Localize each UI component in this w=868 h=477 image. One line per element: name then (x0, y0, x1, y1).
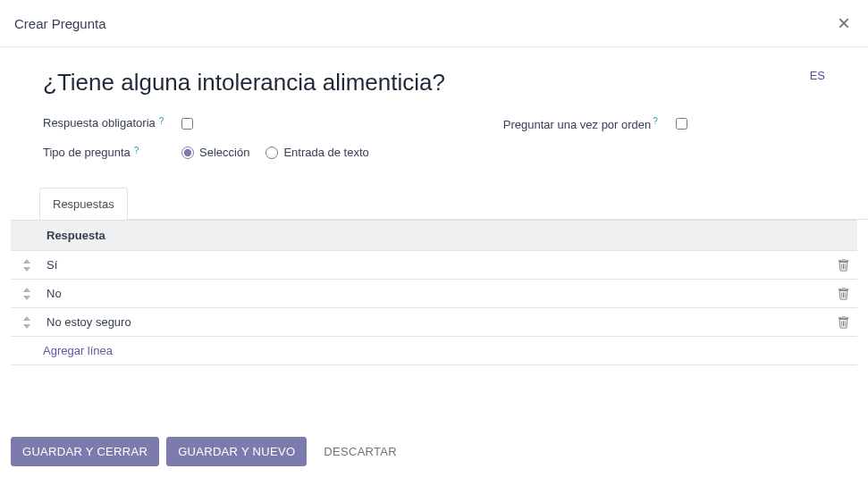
question-title-input[interactable]: ¿Tiene alguna intolerancia alimenticia? (43, 69, 836, 96)
radio-text-entry-input[interactable] (265, 146, 278, 159)
table-header-row: Respuesta (11, 220, 857, 251)
type-label: Tipo de pregunta ? (43, 146, 164, 159)
mandatory-checkbox[interactable] (181, 118, 193, 130)
options-col-left: Respuesta obligatoria ? Tipo de pregunta… (43, 116, 369, 159)
table-row: Sí (11, 251, 857, 280)
type-radio-group: Selección Entrada de texto (181, 146, 369, 159)
help-icon[interactable]: ? (159, 116, 164, 126)
options-col-right: Preguntar una vez por orden? (503, 116, 687, 159)
modal-title: Crear Pregunta (14, 16, 106, 31)
discard-button[interactable]: DESCARTAR (314, 437, 407, 466)
col-drag-header (11, 221, 43, 250)
response-cell[interactable]: No (43, 280, 829, 307)
trash-icon (838, 259, 849, 272)
response-cell[interactable]: Sí (43, 251, 829, 279)
sort-icon (22, 288, 31, 300)
save-close-button[interactable]: GUARDAR Y CERRAR (11, 437, 159, 466)
radio-selection-input[interactable] (181, 146, 194, 159)
options-grid: Respuesta obligatoria ? Tipo de pregunta… (43, 116, 836, 159)
responses-table: Respuesta Sí No No estoy se (0, 220, 868, 383)
delete-row-button[interactable] (829, 259, 857, 272)
drag-handle-icon[interactable] (11, 316, 43, 329)
response-cell[interactable]: No estoy seguro (43, 308, 829, 336)
type-row: Tipo de pregunta ? Selección Entrada de … (43, 146, 369, 159)
drag-handle-icon[interactable] (11, 288, 43, 300)
modal-header: Crear Pregunta × (0, 0, 868, 47)
close-icon[interactable]: × (834, 13, 854, 34)
ask-once-label: Preguntar una vez por orden? (503, 116, 658, 131)
delete-row-button[interactable] (829, 316, 857, 329)
table-row: No (11, 280, 857, 308)
form-area: ES ¿Tiene alguna intolerancia alimentici… (0, 47, 868, 159)
col-del-header (829, 221, 857, 250)
mandatory-label: Respuesta obligatoria ? (43, 116, 164, 130)
table-row: No estoy seguro (11, 308, 857, 337)
tabs-area: Respuestas (0, 188, 868, 220)
radio-text-entry[interactable]: Entrada de texto (265, 146, 368, 159)
save-new-button[interactable]: GUARDAR Y NUEVO (166, 437, 307, 466)
help-icon[interactable]: ? (653, 116, 658, 126)
mandatory-row: Respuesta obligatoria ? (43, 116, 369, 130)
help-icon[interactable]: ? (134, 146, 139, 155)
trash-icon (838, 288, 849, 300)
sort-icon (22, 259, 31, 272)
trash-icon (838, 316, 849, 329)
delete-row-button[interactable] (829, 288, 857, 300)
modal-body: ES ¿Tiene alguna intolerancia alimentici… (0, 47, 868, 426)
modal-footer: GUARDAR Y CERRAR GUARDAR Y NUEVO DESCART… (0, 426, 868, 477)
col-response-header: Respuesta (43, 221, 829, 250)
sort-icon (22, 316, 31, 329)
language-badge[interactable]: ES (810, 69, 825, 82)
radio-selection[interactable]: Selección (181, 146, 249, 159)
ask-once-checkbox[interactable] (676, 118, 687, 130)
drag-handle-icon[interactable] (11, 259, 43, 272)
tab-responses[interactable]: Respuestas (39, 188, 128, 220)
tab-bar: Respuestas (39, 188, 868, 220)
add-line-button[interactable]: Agregar línea (11, 337, 857, 365)
ask-once-row: Preguntar una vez por orden? (503, 116, 687, 131)
